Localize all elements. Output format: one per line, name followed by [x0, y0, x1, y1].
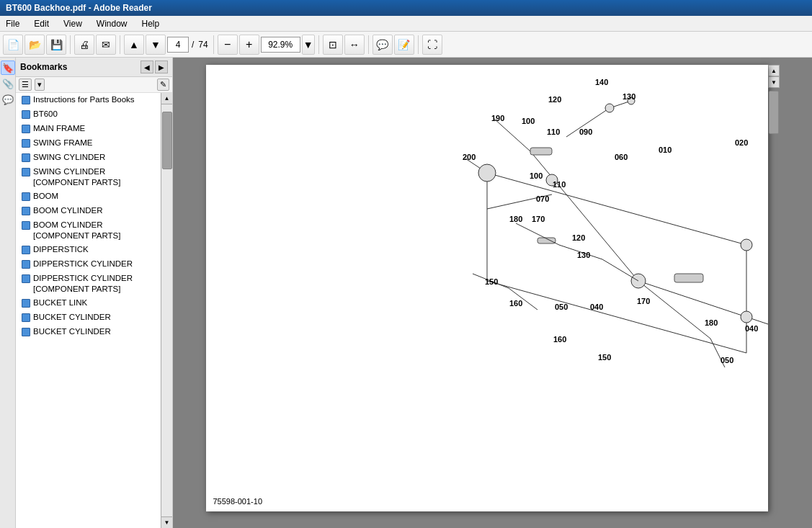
bookmark-icon — [22, 313, 30, 322]
svg-text:130: 130 — [577, 251, 590, 259]
svg-text:110: 110 — [547, 127, 560, 136]
bookmarks-icon-btn[interactable]: 🔖 — [1, 61, 15, 75]
bookmark-item[interactable]: SWING FRAME — [16, 136, 161, 151]
bookmark-item[interactable]: BUCKET CYLINDER — [16, 310, 161, 325]
svg-text:150: 150 — [485, 277, 498, 286]
open-button[interactable]: 📂 — [24, 35, 45, 55]
bookmark-text: DIPPERSTICK CYLINDER — [33, 259, 158, 269]
bookmark-item[interactable]: DIPPERSTICK — [16, 243, 161, 257]
menu-file[interactable]: File — [3, 17, 22, 30]
bookmark-list: Instructions for Parts BooksBT600MAIN FR… — [16, 93, 161, 528]
bookmark-text: BUCKET CYLINDER — [33, 326, 158, 337]
email-button[interactable]: ✉ — [96, 35, 116, 55]
toolbar: 📄 📂 💾 🖨 ✉ ▲ ▼ / 74 − + ▼ ⊡ ↔ 💬 📝 ⛶ — [0, 32, 812, 58]
comments-icon-btn[interactable]: 💬 — [1, 92, 15, 107]
scroll-right-thumb[interactable] — [769, 91, 779, 134]
bookmark-icon — [22, 139, 30, 148]
bookmark-text: BT600 — [33, 109, 158, 120]
menu-view[interactable]: View — [61, 17, 85, 30]
page-input[interactable] — [167, 37, 189, 53]
prev-page-button[interactable]: ▲ — [124, 35, 144, 55]
scroll-up-arrow[interactable]: ▲ — [161, 93, 172, 104]
bookmark-item[interactable]: BOOM — [16, 189, 161, 204]
svg-text:160: 160 — [553, 335, 566, 344]
zoom-group: ▼ — [261, 35, 315, 55]
bookmark-item[interactable]: BOOM CYLINDER [COMPONENT PARTS] — [16, 218, 161, 243]
comment-button[interactable]: 💬 — [372, 35, 393, 55]
bookmark-item[interactable]: BUCKET CYLINDER — [16, 325, 161, 339]
bookmark-item[interactable]: MAIN FRAME — [16, 122, 161, 136]
sep4 — [318, 35, 319, 54]
main-area: 🔖 📎 💬 Bookmarks ◀ ▶ ☰ ▾ — [0, 58, 812, 528]
bookmark-item[interactable]: BT600 — [16, 107, 161, 122]
fit-width-button[interactable]: ↔ — [344, 35, 365, 55]
svg-line-11 — [746, 317, 768, 353]
svg-text:050: 050 — [555, 303, 568, 311]
svg-text:170: 170 — [637, 297, 650, 305]
zoom-input[interactable] — [261, 37, 300, 53]
page-number: 75598-001-10 — [213, 497, 263, 506]
sep1 — [70, 35, 71, 54]
bookmark-icon — [22, 192, 30, 201]
bookmark-text: Instructions for Parts Books — [33, 94, 158, 105]
title-bar: BT600 Backhoe.pdf - Adobe Reader — [0, 0, 812, 16]
menu-bar: File Edit View Window Help — [0, 16, 812, 32]
bookmark-icon — [22, 125, 30, 133]
right-scrollbar[interactable]: ▲ ▼ — [768, 65, 780, 88]
bookmark-icon — [22, 96, 30, 104]
scroll-right-up[interactable]: ▲ — [768, 65, 780, 76]
bookmark-scrollbar[interactable]: ▲ ▼ — [161, 93, 172, 528]
bookmark-list-container: Instructions for Parts BooksBT600MAIN FR… — [16, 93, 172, 528]
bookmarks-toolbar: ☰ ▾ ✎ — [16, 77, 172, 93]
fit-page-button[interactable]: ⊡ — [323, 35, 343, 55]
print-button[interactable]: 🖨 — [74, 35, 94, 55]
bookmark-item[interactable]: SWING CYLINDER [COMPONENT PARTS] — [16, 165, 161, 189]
scroll-right-down[interactable]: ▼ — [768, 76, 780, 88]
attachments-icon-btn[interactable]: 📎 — [1, 76, 15, 91]
bookmark-text: DIPPERSTICK CYLINDER [COMPONENT PARTS] — [33, 273, 158, 295]
menu-edit[interactable]: Edit — [31, 17, 52, 30]
zoom-in-button[interactable]: + — [239, 35, 259, 55]
pdf-page: 140 130 120 190 100 110 090 200 060 010 … — [206, 65, 768, 511]
bookmark-item[interactable]: SWING CYLINDER — [16, 151, 161, 165]
svg-text:180: 180 — [509, 215, 522, 223]
scroll-thumb[interactable] — [162, 112, 172, 169]
bookmark-item[interactable]: Instructions for Parts Books — [16, 93, 161, 107]
bm-menu-btn[interactable]: ☰ — [19, 79, 32, 91]
new-button[interactable]: 📄 — [3, 35, 23, 55]
bookmark-item[interactable]: DIPPERSTICK CYLINDER — [16, 257, 161, 272]
svg-text:130: 130 — [623, 92, 635, 101]
zoom-out-button[interactable]: − — [218, 35, 238, 55]
scroll-down-arrow[interactable]: ▼ — [161, 516, 172, 528]
svg-line-29 — [602, 259, 638, 281]
save-button[interactable]: 💾 — [46, 35, 66, 55]
bookmark-icon — [22, 274, 30, 283]
bookmark-text: MAIN FRAME — [33, 123, 158, 134]
svg-line-0 — [487, 173, 746, 245]
markup-button[interactable]: 📝 — [394, 35, 414, 55]
fullscreen-button[interactable]: ⛶ — [422, 35, 442, 55]
svg-text:100: 100 — [522, 117, 535, 125]
bookmark-item[interactable]: BUCKET LINK — [16, 296, 161, 310]
svg-text:060: 060 — [615, 153, 628, 161]
bookmark-item[interactable]: BOOM CYLINDER — [16, 204, 161, 218]
page-separator: / — [190, 40, 195, 50]
svg-text:110: 110 — [553, 180, 566, 189]
expand-button[interactable]: ▶ — [155, 61, 168, 73]
menu-window[interactable]: Window — [94, 17, 130, 30]
bm-action-btn[interactable]: ✎ — [157, 79, 169, 91]
bookmark-text: BOOM CYLINDER — [33, 205, 158, 216]
svg-text:120: 120 — [548, 95, 561, 104]
bm-options-btn[interactable]: ▾ — [35, 79, 45, 91]
sep3 — [213, 35, 214, 54]
next-page-button[interactable]: ▼ — [146, 35, 166, 55]
menu-help[interactable]: Help — [139, 17, 163, 30]
svg-text:090: 090 — [579, 127, 592, 136]
zoom-dropdown-button[interactable]: ▼ — [302, 35, 315, 55]
bookmark-item[interactable]: DIPPERSTICK CYLINDER [COMPONENT PARTS] — [16, 272, 161, 296]
svg-text:150: 150 — [598, 353, 611, 362]
svg-text:190: 190 — [491, 114, 504, 122]
bookmark-icon — [22, 153, 30, 162]
bookmarks-header: Bookmarks ◀ ▶ — [16, 58, 172, 77]
collapse-button[interactable]: ◀ — [140, 61, 153, 73]
